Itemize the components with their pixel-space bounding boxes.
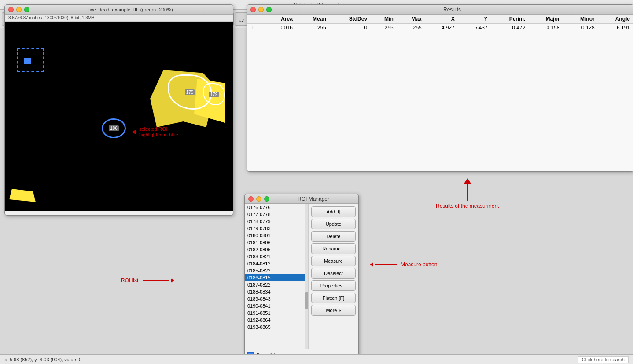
brush-btn[interactable]: ◡ <box>235 12 248 26</box>
results-close-btn[interactable] <box>250 7 256 12</box>
roi-manager-title: ROI Manager <box>272 196 355 202</box>
col-max: Max <box>397 15 425 24</box>
selected-roi-annotation: selected ROI highlighted in blue <box>139 126 178 138</box>
results-window: Results Area Mean StdDev Min Max X Y Per… <box>247 4 633 172</box>
roi-label-175: 175 <box>185 89 195 95</box>
list-item[interactable]: 0190-0841 <box>245 302 308 309</box>
col-mean: Mean <box>296 15 330 24</box>
list-item[interactable]: 0185-0822 <box>245 267 308 274</box>
image-title: live_dead_example.TIF (green) (200%) <box>32 7 229 12</box>
col-min: Min <box>371 15 397 24</box>
list-item[interactable]: 0176-0776 <box>245 204 308 211</box>
results-content: Area Mean StdDev Min Max X Y Perim. Majo… <box>247 15 633 171</box>
list-item-selected[interactable]: 0186-0815 <box>245 274 308 281</box>
update-btn[interactable]: Update <box>311 219 356 229</box>
more-btn[interactable]: More » <box>311 305 356 316</box>
click-to-search[interactable]: Click here to search <box>578 356 629 363</box>
delete-btn[interactable]: Delete <box>311 231 356 242</box>
col-perim: Perim. <box>491 15 529 24</box>
list-item[interactable]: 0184-0812 <box>245 260 308 267</box>
col-angle: Angle <box>598 15 633 24</box>
list-item[interactable]: 0182-0805 <box>245 246 308 253</box>
roi-buttons: Add [t] Update Delete Rename... Measure … <box>309 204 358 349</box>
table-row: 1 0.016 255 0 255 255 4.927 5.437 0.472 … <box>247 24 633 32</box>
list-item[interactable]: 0180-0801 <box>245 232 308 239</box>
position-info: x=5.68 (852), y=6.03 (904), value=0 <box>4 357 81 362</box>
cell-id: 1 <box>247 24 263 32</box>
col-y: Y <box>458 15 491 24</box>
col-major: Major <box>529 15 563 24</box>
col-stddev: StdDev <box>330 15 371 24</box>
list-item[interactable]: 0193-0865 <box>245 324 308 331</box>
roi-scrollbar-thumb[interactable] <box>305 292 308 309</box>
roi-list[interactable]: 0176-0776 0177-0778 0178-0779 0179-0783 … <box>245 204 308 349</box>
results-annotation-label: Results of the measurment <box>436 203 499 209</box>
deselect-btn[interactable]: Deselect <box>311 268 356 279</box>
roi-label-179: 179 <box>209 92 219 97</box>
results-annotation: Results of the measurment <box>436 178 499 209</box>
measure-arrow-line <box>375 264 397 265</box>
col-id <box>247 15 263 24</box>
selected-pixel <box>24 58 31 64</box>
list-item[interactable]: 0187-0822 <box>245 281 308 288</box>
roi-min-btn[interactable] <box>256 196 261 202</box>
arrow-line <box>104 132 130 132</box>
measure-btn[interactable]: Measure <box>311 256 356 266</box>
image-min-btn[interactable] <box>16 7 22 12</box>
cell-mean: 255 <box>296 24 330 32</box>
add-btn[interactable]: Add [t] <box>311 206 356 217</box>
main-content: live_dead_example.TIF (green) (200%) 8.6… <box>0 28 633 354</box>
image-canvas[interactable]: 175 179 186 selected ROI highlighted in … <box>5 22 233 211</box>
measure-btn-annotation: Measure button <box>370 261 437 268</box>
col-x: X <box>425 15 458 24</box>
flatten-btn[interactable]: Flatten [F] <box>311 293 356 303</box>
list-item[interactable]: 0191-0851 <box>245 309 308 316</box>
image-info: 8.67×6.87 inches (1300×1030); 8-bit; 1.3… <box>5 15 233 22</box>
roi-list-label: ROI list <box>121 277 138 283</box>
roi-list-arrow-head <box>171 278 174 283</box>
cell-x: 4.927 <box>425 24 458 32</box>
roi-list-annotation: ROI list <box>121 277 174 283</box>
image-close-btn[interactable] <box>8 7 14 12</box>
list-item[interactable]: 0188-0834 <box>245 288 308 295</box>
cell-major: 0.158 <box>529 24 563 32</box>
roi-scrollbar[interactable] <box>305 204 308 349</box>
up-arrow-head <box>464 178 471 184</box>
cell-y: 5.437 <box>458 24 491 32</box>
list-item[interactable]: 0192-0864 <box>245 316 308 324</box>
results-table: Area Mean StdDev Min Max X Y Perim. Majo… <box>247 15 633 32</box>
roi-list-arrow-line <box>143 280 169 281</box>
list-item[interactable]: 0179-0783 <box>245 225 308 232</box>
results-max-btn[interactable] <box>266 7 272 12</box>
selected-roi-arrow: selected ROI highlighted in blue <box>104 126 178 138</box>
cell-minor: 0.128 <box>563 24 598 32</box>
measure-arrow-head-left <box>370 262 373 267</box>
cell-perim: 0.472 <box>491 24 529 32</box>
roi-manager: ROI Manager 0176-0776 0177-0778 0178-077… <box>244 194 359 364</box>
list-item[interactable]: 0183-0821 <box>245 253 308 260</box>
results-title: Results <box>274 7 630 13</box>
roi-manager-titlebar: ROI Manager <box>245 194 358 204</box>
list-item[interactable]: 0178-0779 <box>245 218 308 225</box>
roi-close-btn[interactable] <box>248 196 254 202</box>
roi-max-btn[interactable] <box>264 196 269 202</box>
small-yellow-shape <box>9 189 36 202</box>
image-max-btn[interactable] <box>24 7 29 12</box>
up-arrow-line <box>467 184 468 201</box>
cell-angle: 6.191 <box>598 24 633 32</box>
image-window: live_dead_example.TIF (green) (200%) 8.6… <box>4 4 233 216</box>
roi-manager-body: 0176-0776 0177-0778 0178-0779 0179-0783 … <box>245 204 358 349</box>
properties-btn[interactable]: Properties... <box>311 280 356 291</box>
list-item[interactable]: 0189-0843 <box>245 295 308 302</box>
rename-btn[interactable]: Rename... <box>311 243 356 254</box>
results-min-btn[interactable] <box>258 7 264 12</box>
arrow-head <box>132 130 136 134</box>
roi-list-container: 0176-0776 0177-0778 0178-0779 0179-0783 … <box>245 204 309 349</box>
measure-btn-label: Measure button <box>401 261 437 268</box>
image-window-titlebar: live_dead_example.TIF (green) (200%) <box>5 5 233 15</box>
cell-min: 255 <box>371 24 397 32</box>
list-item[interactable]: 0181-0806 <box>245 239 308 246</box>
list-item[interactable]: 0177-0778 <box>245 211 308 218</box>
col-area: Area <box>263 15 296 24</box>
cell-stddev: 0 <box>330 24 371 32</box>
